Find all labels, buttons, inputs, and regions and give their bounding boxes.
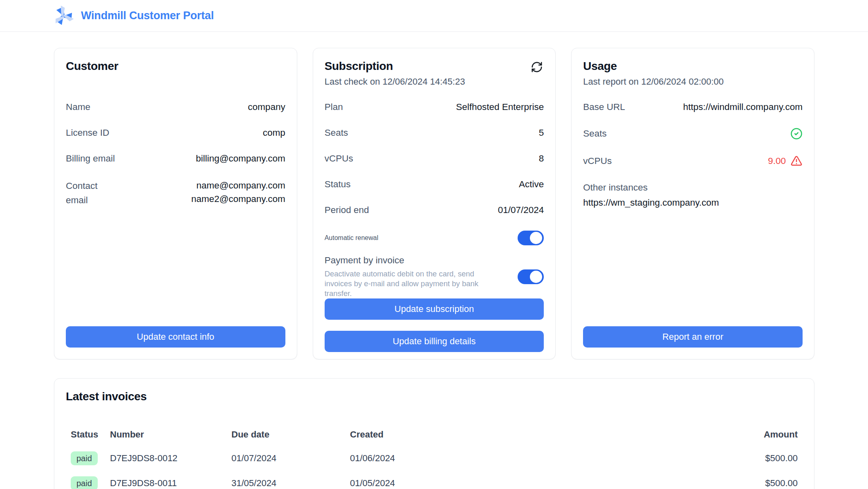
status-badge: paid — [71, 476, 98, 489]
invoice-status-cell: paid — [66, 451, 105, 465]
automatic-renewal-row: Automatic renewal — [325, 231, 544, 245]
invoice-due-date-cell: 31/05/2024 — [227, 478, 345, 489]
invoice-created-cell: 01/05/2024 — [345, 478, 725, 489]
automatic-renewal-toggle[interactable] — [518, 231, 544, 245]
other-instance-url: https://wm_staging.company.com — [583, 197, 803, 208]
main-content: Customer Name company License ID comp Bi… — [54, 48, 814, 489]
update-billing-details-button[interactable]: Update billing details — [325, 331, 544, 352]
field-label: vCPUs — [583, 156, 612, 166]
customer-card: Customer Name company License ID comp Bi… — [54, 48, 297, 359]
invoice-amount-cell: $500.00 — [725, 478, 803, 489]
warning-triangle-icon — [790, 155, 803, 167]
status-badge: paid — [71, 451, 98, 465]
subscription-last-check: Last check on 12/06/2024 14:45:23 — [325, 76, 544, 87]
column-header-due-date: Due date — [227, 429, 345, 440]
customer-name-row: Name company — [66, 102, 285, 112]
subscription-plan-row: Plan Selfhosted Enterprise — [325, 102, 544, 112]
field-value: 5 — [539, 128, 544, 138]
field-label: Other instances — [583, 182, 803, 193]
field-label: vCPUs — [325, 153, 353, 164]
table-row: paid D7EJ9DS8-0012 01/07/2024 01/06/2024… — [66, 446, 803, 471]
usage-last-report: Last report on 12/06/2024 02:00:00 — [583, 76, 803, 87]
invoice-created-cell: 01/06/2024 — [345, 453, 725, 464]
field-label: Status — [325, 179, 351, 190]
usage-base-url-row: Base URL https://windmill.company.com — [583, 102, 803, 112]
payment-by-invoice-toggle[interactable] — [518, 269, 544, 284]
customer-card-title: Customer — [66, 60, 285, 73]
field-label: Plan — [325, 102, 343, 112]
column-header-number: Number — [105, 429, 227, 440]
invoices-table-body: paid D7EJ9DS8-0012 01/07/2024 01/06/2024… — [66, 446, 803, 489]
invoice-due-date-cell: 01/07/2024 — [227, 453, 345, 464]
cards-row: Customer Name company License ID comp Bi… — [54, 48, 814, 359]
latest-invoices-card: Latest invoices Status Number Due date C… — [54, 378, 814, 489]
usage-vcpus-value: 9.00 — [768, 156, 786, 166]
subscription-fields: Plan Selfhosted Enterprise Seats 5 vCPUs… — [325, 102, 544, 298]
field-label: License ID — [66, 128, 109, 138]
usage-fields: Base URL https://windmill.company.com Se… — [583, 102, 803, 223]
field-label: Name — [66, 102, 90, 112]
customer-license-row: License ID comp — [66, 128, 285, 138]
invoices-table-header: Status Number Due date Created Amount — [66, 429, 803, 440]
usage-card-header: Usage Last report on 12/06/2024 02:00:00 — [583, 60, 803, 102]
subscription-card: Subscription Last check on 12/06/2024 14… — [313, 48, 556, 359]
subscription-status-row: Status Active — [325, 179, 544, 190]
field-value: https://windmill.company.com — [683, 102, 803, 112]
customer-contact-email-row: Contact email name@company.com name2@com… — [66, 179, 285, 208]
customer-billing-email-row: Billing email billing@company.com — [66, 153, 285, 164]
field-label: Seats — [325, 128, 348, 138]
usage-card: Usage Last report on 12/06/2024 02:00:00… — [571, 48, 814, 359]
subscription-vcpus-row: vCPUs 8 — [325, 153, 544, 164]
invoice-number-cell: D7EJ9DS8-0012 — [105, 453, 227, 464]
field-value: name@company.com name2@company.com — [191, 179, 285, 206]
subscription-card-actions: Update subscription Update billing detai… — [325, 298, 544, 352]
field-value: company — [248, 102, 285, 112]
customer-card-actions: Update contact info — [66, 326, 285, 348]
subscription-period-end-row: Period end 01/07/2024 — [325, 205, 544, 215]
update-contact-info-button[interactable]: Update contact info — [66, 326, 285, 348]
check-circle-icon — [790, 128, 803, 140]
invoices-table: Status Number Due date Created Amount pa… — [66, 429, 803, 489]
payment-by-invoice-row: Payment by invoice Deactivate automatic … — [325, 255, 544, 298]
app-title: Windmill Customer Portal — [81, 9, 214, 22]
field-value: Selfhosted Enterprise — [456, 102, 544, 112]
refresh-subscription-button[interactable] — [531, 61, 544, 74]
latest-invoices-title: Latest invoices — [66, 390, 803, 403]
field-label: Period end — [325, 205, 369, 215]
field-value: comp — [263, 128, 285, 138]
usage-vcpus-row: vCPUs 9.00 — [583, 155, 803, 167]
usage-card-actions: Report an error — [583, 326, 803, 348]
usage-seats-row: Seats — [583, 128, 803, 140]
contact-email-1: name@company.com — [191, 179, 285, 193]
column-header-amount: Amount — [725, 429, 803, 440]
invoice-amount-cell: $500.00 — [725, 453, 803, 464]
subscription-card-title: Subscription — [325, 60, 544, 73]
field-label: Base URL — [583, 102, 625, 112]
subscription-seats-row: Seats 5 — [325, 128, 544, 138]
contact-email-2: name2@company.com — [191, 193, 285, 206]
column-header-status: Status — [66, 429, 105, 440]
usage-other-instances-row: Other instances https://wm_staging.compa… — [583, 182, 803, 208]
subscription-card-header: Subscription Last check on 12/06/2024 14… — [325, 60, 544, 102]
app-header: Windmill Customer Portal — [0, 0, 868, 32]
table-row: paid D7EJ9DS8-0011 31/05/2024 01/05/2024… — [66, 471, 803, 489]
field-value: 01/07/2024 — [498, 205, 544, 215]
field-value: billing@company.com — [196, 153, 285, 164]
invoice-number-cell: D7EJ9DS8-0011 — [105, 478, 227, 489]
field-value: 8 — [539, 153, 544, 164]
payment-by-invoice-label: Payment by invoice — [325, 255, 501, 266]
report-an-error-button[interactable]: Report an error — [583, 326, 803, 348]
payment-by-invoice-description: Deactivate automatic debit on the card, … — [325, 269, 501, 298]
usage-card-title: Usage — [583, 60, 803, 73]
customer-fields: Name company License ID comp Billing ema… — [66, 102, 285, 223]
refresh-icon — [531, 61, 543, 73]
usage-vcpus-value-group: 9.00 — [768, 155, 803, 167]
windmill-logo — [52, 4, 75, 27]
invoice-status-cell: paid — [66, 476, 105, 489]
customer-card-header: Customer — [66, 60, 285, 102]
automatic-renewal-label: Automatic renewal — [325, 234, 379, 242]
payment-by-invoice-text: Payment by invoice Deactivate automatic … — [325, 255, 501, 298]
update-subscription-button[interactable]: Update subscription — [325, 298, 544, 320]
field-label: Billing email — [66, 153, 115, 164]
field-value: Active — [519, 179, 544, 190]
